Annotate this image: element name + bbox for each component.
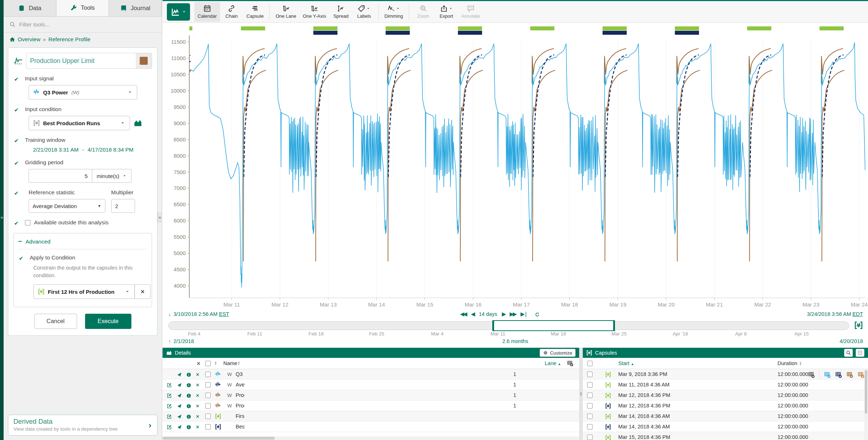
collapse-sidebar-handle[interactable]: « [157, 213, 162, 222]
capsule-row[interactable]: Mar 11, 2018 4:36 AM12:00:00.000 [583, 380, 868, 390]
row-checkbox[interactable] [205, 403, 211, 409]
filter-tools-input[interactable] [19, 21, 128, 28]
cancel-button[interactable]: Cancel [34, 314, 77, 329]
input-signal-select[interactable]: Q3 Power (W) [29, 85, 137, 100]
row-checkbox[interactable] [587, 435, 593, 440]
toolbar-button-spread[interactable]: Spread [329, 2, 353, 22]
apply-condition-select[interactable]: First 12 Hrs of Production [33, 284, 135, 299]
view-selector-button[interactable] [167, 3, 190, 21]
add-capsule-column-icon[interactable] [835, 371, 842, 378]
info-icon[interactable] [186, 403, 192, 409]
investigate-end[interactable]: 4/20/2018 [839, 338, 863, 344]
info-icon[interactable] [186, 424, 192, 430]
color-picker-button[interactable] [136, 53, 152, 68]
remove-icon[interactable] [195, 382, 201, 388]
row-checkbox[interactable] [587, 382, 593, 388]
details-row[interactable]: Best Production Runs [163, 422, 579, 432]
timeline-track[interactable] [168, 321, 849, 330]
gridding-period-input[interactable]: 5 [29, 169, 92, 183]
clear-condition-button[interactable] [135, 284, 151, 299]
step-forward-half-button[interactable]: ▶ [502, 311, 505, 317]
info-icon[interactable] [186, 413, 192, 419]
trend-chart-area[interactable]: Mar 11Mar 12Mar 13Mar 14Mar 15Mar 16Mar … [163, 23, 868, 310]
item-name[interactable]: Best Production Runs [236, 424, 244, 430]
details-row[interactable]: WProduction Upper Limit1 [163, 390, 579, 401]
home-icon[interactable] [9, 37, 15, 42]
remove-icon[interactable] [195, 413, 201, 419]
trend-chart[interactable]: Mar 11Mar 12Mar 13Mar 14Mar 15Mar 16Mar … [163, 23, 868, 310]
pin-icon[interactable] [177, 371, 182, 377]
sort-icon[interactable]: ▲▼ [237, 361, 243, 365]
toolbar-button-export[interactable]: Export [435, 2, 458, 22]
available-outside-checkbox[interactable] [25, 220, 30, 225]
toolbar-button-one-y-axis[interactable]: One Y-Axis [300, 2, 329, 22]
row-checkbox[interactable] [587, 403, 593, 409]
tab-data[interactable]: Data [4, 0, 56, 16]
toolbar-button-chain[interactable]: Chain [220, 2, 243, 22]
tab-tools[interactable]: Tools [56, 0, 109, 16]
select-all-checkbox[interactable] [587, 361, 593, 366]
capsule-row[interactable]: Mar 14, 2018 4:36 AM12:00:00.000 [583, 411, 868, 422]
row-checkbox[interactable] [205, 372, 211, 377]
item-name[interactable]: Production Lower Limit [236, 403, 244, 409]
step-to-end-button[interactable]: ▶❘ [521, 311, 527, 317]
selection-left-handle[interactable] [492, 320, 494, 331]
panel-splitter[interactable]: ‖ [579, 348, 583, 440]
toolbar-button-calendar[interactable]: Calendar [194, 2, 220, 22]
breadcrumb-overview[interactable]: Overview [18, 36, 41, 42]
reference-statistic-select[interactable]: Average Deviation ▼ [29, 199, 105, 213]
item-name[interactable]: Q3 Power [236, 371, 244, 377]
pin-icon[interactable] [177, 392, 182, 398]
toolbar-button-dimming[interactable]: Dimming [381, 2, 406, 22]
info-icon[interactable] [186, 371, 192, 377]
pin-icon[interactable] [177, 424, 182, 430]
step-back-full-button[interactable]: ◀◀ [460, 311, 466, 317]
row-checkbox[interactable] [587, 393, 593, 398]
customize-button[interactable]: Customize [540, 349, 576, 357]
view-capsules-button[interactable] [134, 119, 142, 127]
tool-title[interactable]: Production Upper Limit [26, 53, 136, 68]
name-header[interactable]: Name [223, 360, 237, 366]
item-name[interactable]: Production Upper Limit [236, 392, 244, 398]
toolbar-button-one-lane[interactable]: One Lane [272, 2, 299, 22]
capsule-row[interactable]: Mar 14, 2018 4:36 AM12:00:00.000 [583, 422, 868, 432]
select-all-checkbox[interactable] [205, 361, 211, 366]
range-start-tz[interactable]: EST [219, 311, 229, 317]
info-icon[interactable] [186, 392, 192, 398]
row-checkbox[interactable] [205, 424, 211, 430]
execute-button[interactable]: Execute [85, 314, 131, 329]
remove-icon[interactable] [195, 403, 201, 409]
derived-data-card[interactable]: Derived Data View data created by tools … [8, 415, 157, 436]
row-checkbox[interactable] [587, 372, 593, 377]
pin-icon[interactable] [177, 413, 182, 419]
item-name[interactable]: First 12 Hrs of Production [236, 413, 244, 419]
details-row[interactable]: WAverage Reference Profile1 [163, 380, 579, 390]
capsules-search-button[interactable] [844, 349, 853, 357]
sort-icon[interactable]: ▲▼ [214, 361, 222, 365]
details-row[interactable]: First 12 Hrs of Production [163, 411, 579, 422]
capsules-vertical-scrollbar[interactable] [864, 369, 868, 440]
input-condition-select[interactable]: Best Production Runs [29, 116, 130, 130]
item-name[interactable]: Average Reference Profile [236, 382, 244, 388]
start-header[interactable]: Start ▲ [618, 360, 778, 366]
range-end[interactable]: 3/24/2018 3:56 AM EDT [807, 311, 863, 317]
range-start[interactable]: ↓ 3/10/2018 2:56 AM EST [168, 311, 229, 317]
details-row[interactable]: WQ3 Power1 [163, 369, 579, 380]
range-end-tz[interactable]: EDT [852, 311, 863, 317]
edit-icon[interactable] [167, 403, 172, 409]
toolbar-button-capsule[interactable]: Capsule [243, 2, 267, 22]
advanced-toggle[interactable]: − Advanced [18, 238, 147, 249]
details-horizontal-scrollbar[interactable] [163, 436, 579, 440]
add-capsule-column-icon[interactable] [858, 371, 864, 378]
info-icon[interactable] [186, 382, 192, 388]
lane-header[interactable]: Lane ▲ [545, 360, 561, 366]
add-capsule-column-icon[interactable] [808, 371, 815, 378]
step-forward-full-button[interactable]: ▶▶ [510, 311, 516, 317]
collapse-left-handle[interactable]: « [0, 213, 4, 222]
row-checkbox[interactable] [205, 382, 211, 388]
selection-right-handle[interactable] [613, 320, 615, 331]
remove-icon[interactable] [195, 371, 201, 377]
row-checkbox[interactable] [205, 393, 211, 398]
refresh-icon[interactable] [535, 311, 540, 317]
step-back-half-button[interactable]: ◀ [471, 311, 474, 317]
